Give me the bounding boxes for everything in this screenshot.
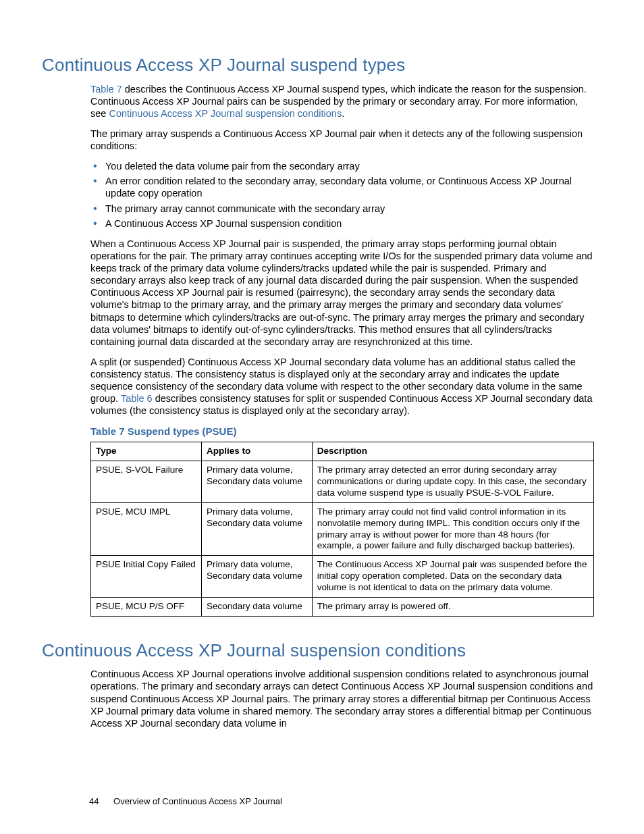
cell-type: PSUE, MCU IMPL — [91, 502, 202, 556]
text-run: describes consistency statuses for split… — [90, 393, 592, 416]
cell-applies-to: Primary data volume, Secondary data volu… — [201, 461, 312, 503]
page-number: 44 — [89, 796, 99, 806]
page-footer: 44 Overview of Continuous Access XP Jour… — [89, 796, 282, 807]
paragraph: Continuous Access XP Journal operations … — [90, 668, 594, 729]
table-suspend-types: Type Applies to Description PSUE, S-VOL … — [90, 442, 594, 617]
table-row: PSUE, S-VOL Failure Primary data volume,… — [91, 461, 594, 503]
paragraph: Table 7 describes the Continuous Access … — [90, 83, 594, 120]
chapter-title: Overview of Continuous Access XP Journal — [113, 796, 282, 806]
table-header-row: Type Applies to Description — [91, 442, 594, 461]
cell-type: PSUE, MCU P/S OFF — [91, 597, 202, 616]
table-row: PSUE, MCU P/S OFF Secondary data volume … — [91, 597, 594, 616]
table-row: PSUE, MCU IMPL Primary data volume, Seco… — [91, 502, 594, 556]
section-heading-suspend-types: Continuous Access XP Journal suspend typ… — [42, 54, 602, 76]
table-row: PSUE Initial Copy Failed Primary data vo… — [91, 556, 594, 598]
xref-table-6[interactable]: Table 6 — [121, 393, 153, 404]
cell-description: The primary array is powered off. — [312, 597, 593, 616]
cell-description: The primary array could not find valid c… — [312, 502, 593, 556]
list-item: A Continuous Access XP Journal suspensio… — [90, 217, 594, 230]
cell-applies-to: Primary data volume, Secondary data volu… — [201, 502, 312, 556]
xref-table-7[interactable]: Table 7 — [90, 84, 122, 95]
list-item: The primary array cannot communicate wit… — [90, 203, 594, 215]
paragraph: A split (or suspended) Continuous Access… — [90, 356, 594, 417]
section-heading-suspension-conditions: Continuous Access XP Journal suspension … — [42, 640, 602, 662]
list-item: You deleted the data volume pair from th… — [90, 160, 594, 172]
cell-description: The Continuous Access XP Journal pair wa… — [312, 556, 593, 598]
cell-type: PSUE Initial Copy Failed — [91, 556, 202, 598]
paragraph: When a Continuous Access XP Journal pair… — [90, 238, 594, 348]
xref-suspension-conditions[interactable]: Continuous Access XP Journal suspension … — [109, 108, 342, 119]
text-run: . — [342, 108, 344, 119]
col-header-applies-to: Applies to — [201, 442, 312, 461]
cell-applies-to: Primary data volume, Secondary data volu… — [201, 556, 312, 598]
col-header-description: Description — [312, 442, 593, 461]
cell-description: The primary array detected an error duri… — [312, 461, 593, 503]
cell-type: PSUE, S-VOL Failure — [91, 461, 202, 503]
paragraph: The primary array suspends a Continuous … — [90, 128, 594, 152]
cell-applies-to: Secondary data volume — [201, 597, 312, 616]
bullet-list: You deleted the data volume pair from th… — [90, 160, 594, 230]
table-caption: Table 7 Suspend types (PSUE) — [90, 425, 594, 438]
list-item: An error condition related to the second… — [90, 175, 594, 199]
col-header-type: Type — [91, 442, 202, 461]
